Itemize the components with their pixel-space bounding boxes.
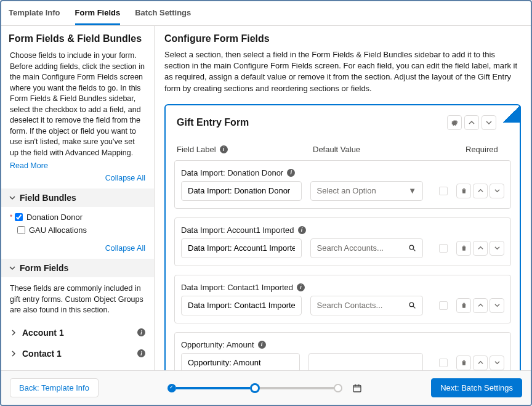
chevron-down-icon bbox=[494, 360, 500, 365]
bundle-list: * Donation Donor GAU Allocations bbox=[1, 207, 154, 240]
col-field-label: Field Label bbox=[177, 145, 216, 154]
field-bundles-label: Field Bundles bbox=[20, 193, 76, 203]
main-description: Select a section, then select a field in… bbox=[164, 49, 521, 94]
chevron-up-icon bbox=[478, 302, 483, 308]
tab-form-fields[interactable]: Form Fields bbox=[75, 2, 121, 25]
row-label: Data Import: Contact1 Imported bbox=[181, 283, 293, 292]
required-checkbox[interactable] bbox=[439, 359, 448, 367]
back-button[interactable]: Back: Template Info bbox=[10, 378, 99, 397]
default-value-select[interactable]: Select an Option▼ bbox=[310, 181, 424, 201]
bundle-donation-donor-checkbox[interactable] bbox=[15, 213, 23, 221]
svg-line-1 bbox=[413, 249, 415, 251]
move-up-button[interactable] bbox=[473, 355, 488, 370]
main-title: Configure Form Fields bbox=[164, 33, 521, 44]
chevron-down-icon bbox=[494, 188, 500, 193]
progress-step-2[interactable] bbox=[250, 383, 260, 393]
form-fields-header[interactable]: Form Fields bbox=[1, 259, 154, 277]
move-down-button[interactable] bbox=[490, 298, 504, 313]
bundle-donation-donor[interactable]: * Donation Donor bbox=[10, 211, 145, 224]
group-opportunity[interactable]: Opportunity bbox=[1, 364, 154, 371]
required-checkbox[interactable] bbox=[439, 187, 448, 195]
move-down-button[interactable] bbox=[490, 241, 504, 256]
section-move-up-button[interactable] bbox=[464, 115, 479, 130]
move-down-button[interactable] bbox=[490, 355, 504, 370]
chevron-down-icon bbox=[9, 264, 16, 272]
chevron-down-icon bbox=[494, 302, 500, 308]
field-bundles-header[interactable]: Field Bundles bbox=[1, 189, 154, 207]
svg-point-0 bbox=[409, 245, 414, 250]
col-default-value: Default Value bbox=[313, 145, 360, 154]
form-fields-description: These fields are commonly included in gi… bbox=[1, 277, 154, 322]
group-contact1[interactable]: Contact 1 i bbox=[1, 343, 154, 364]
field-row: Data Import: Contact1 Importedi Search C… bbox=[174, 275, 511, 323]
required-checkbox[interactable] bbox=[439, 244, 448, 253]
required-checkbox[interactable] bbox=[439, 301, 448, 310]
bundle-gau-label: GAU Allocations bbox=[29, 225, 87, 235]
field-row: Opportunity: Amounti bbox=[174, 332, 511, 370]
move-up-button[interactable] bbox=[473, 184, 488, 198]
collapse-all-fields[interactable]: Collapse All bbox=[105, 240, 154, 255]
info-icon[interactable]: i bbox=[258, 341, 266, 349]
chevron-right-icon bbox=[10, 329, 17, 336]
delete-button[interactable] bbox=[456, 241, 471, 256]
section-settings-button[interactable] bbox=[447, 115, 462, 130]
bundle-gau-allocations[interactable]: GAU Allocations bbox=[10, 224, 145, 237]
chevron-up-icon bbox=[478, 188, 483, 193]
svg-line-3 bbox=[413, 306, 415, 308]
default-value-input[interactable] bbox=[308, 353, 423, 370]
caret-down-icon: ▼ bbox=[408, 186, 416, 195]
info-icon[interactable]: i bbox=[298, 226, 306, 234]
move-up-button[interactable] bbox=[473, 241, 488, 256]
group-contact1-label: Contact 1 bbox=[22, 349, 62, 359]
field-label-input[interactable] bbox=[181, 296, 302, 315]
delete-button[interactable] bbox=[456, 184, 471, 198]
default-value-lookup[interactable]: Search Contacts... bbox=[310, 296, 424, 315]
sidebar-description: Choose fields to include in your form. B… bbox=[1, 51, 154, 161]
svg-point-2 bbox=[409, 302, 414, 307]
move-up-button[interactable] bbox=[473, 298, 488, 313]
chevron-down-icon bbox=[494, 245, 500, 251]
search-icon bbox=[408, 301, 416, 309]
progress-step-3[interactable] bbox=[334, 384, 342, 392]
field-label-input[interactable] bbox=[181, 238, 302, 258]
move-down-button[interactable] bbox=[490, 184, 504, 198]
lookup-placeholder: Search Contacts... bbox=[317, 301, 383, 310]
trash-icon bbox=[461, 359, 467, 366]
tab-bar: Template Info Form Fields Batch Settings bbox=[1, 1, 531, 26]
info-icon[interactable]: i bbox=[137, 349, 145, 357]
progress-step-1[interactable] bbox=[167, 384, 176, 392]
main-panel: Configure Form Fields Select a section, … bbox=[155, 26, 531, 370]
collapse-all-bundles[interactable]: Collapse All bbox=[105, 170, 154, 185]
wizard-footer: Back: Template Info Next: Batch Settings bbox=[1, 370, 531, 405]
info-icon[interactable]: i bbox=[220, 145, 228, 153]
info-icon[interactable]: i bbox=[297, 283, 305, 291]
field-label-input[interactable] bbox=[181, 181, 302, 201]
gift-entry-form-card[interactable]: Gift Entry Form Field Labeli Default Val… bbox=[164, 104, 521, 370]
tab-template-info[interactable]: Template Info bbox=[9, 2, 60, 25]
default-value-lookup[interactable]: Search Accounts... bbox=[310, 238, 424, 258]
read-more-link[interactable]: Read More bbox=[1, 161, 57, 170]
field-row: Data Import: Donation Donori Select an O… bbox=[174, 160, 511, 209]
search-icon bbox=[408, 244, 416, 252]
info-icon[interactable]: i bbox=[137, 328, 145, 336]
chevron-up-icon bbox=[478, 360, 483, 365]
chevron-up-icon bbox=[469, 120, 475, 126]
tab-batch-settings[interactable]: Batch Settings bbox=[135, 2, 191, 25]
bundle-gau-checkbox[interactable] bbox=[17, 226, 25, 234]
lookup-placeholder: Search Accounts... bbox=[317, 243, 384, 253]
group-account1[interactable]: Account 1 i bbox=[1, 322, 154, 343]
next-button[interactable]: Next: Batch Settings bbox=[431, 378, 522, 397]
col-required: Required bbox=[465, 145, 498, 154]
required-indicator: * bbox=[10, 214, 12, 221]
delete-button[interactable] bbox=[456, 355, 471, 370]
chevron-down-icon bbox=[486, 120, 492, 126]
progress-line bbox=[260, 387, 334, 389]
delete-button[interactable] bbox=[456, 298, 471, 313]
row-label: Data Import: Donation Donor bbox=[181, 168, 283, 177]
trash-icon bbox=[461, 245, 467, 251]
section-move-down-button[interactable] bbox=[482, 115, 496, 130]
info-icon[interactable]: i bbox=[287, 169, 295, 177]
trash-icon bbox=[461, 187, 467, 194]
field-label-input[interactable] bbox=[181, 353, 300, 370]
calendar-icon bbox=[352, 383, 362, 393]
